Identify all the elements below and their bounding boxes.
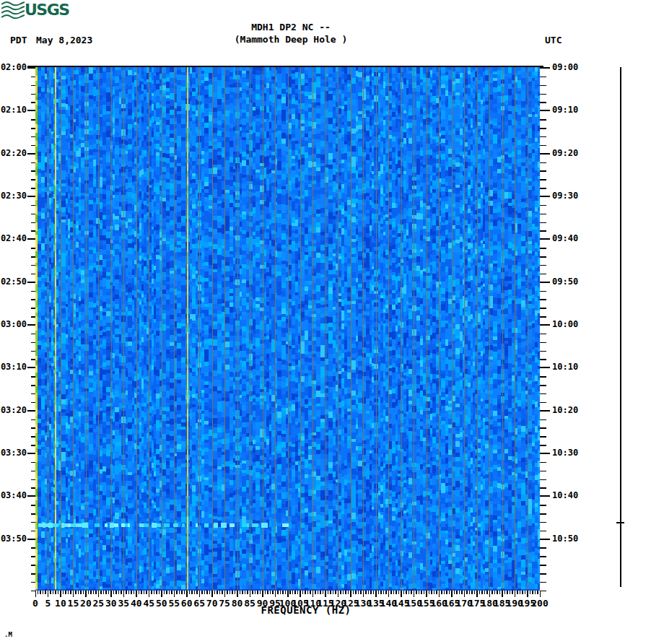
freq-minor-tick [204, 591, 206, 594]
left-minor-tick [31, 351, 35, 352]
freq-minor-tick [408, 591, 410, 594]
left-minor-tick [31, 547, 35, 549]
freq-minor-tick [115, 591, 117, 594]
freq-minor-tick [105, 591, 107, 594]
freq-minor-tick [429, 591, 430, 594]
right-minor-tick [540, 334, 546, 335]
freq-minor-tick [38, 591, 39, 594]
freq-minor-tick [459, 591, 460, 594]
freq-minor-tick [484, 591, 486, 594]
left-time-label: 02:00 [0, 63, 27, 71]
freq-major-tick [262, 591, 263, 597]
right-minor-tick [540, 522, 546, 523]
freq-minor-tick [55, 591, 56, 594]
right-minor-tick [540, 102, 546, 103]
freq-minor-tick [307, 591, 309, 594]
freq-minor-tick [121, 591, 122, 594]
frequency-axis-label: FREQUENCY (HZ) [261, 606, 351, 615]
left-minor-tick [31, 77, 35, 78]
freq-minor-tick [333, 591, 334, 594]
freq-minor-tick [68, 591, 69, 594]
left-time-label: 02:50 [0, 277, 27, 286]
freq-minor-tick [191, 591, 193, 594]
freq-major-tick [451, 591, 453, 597]
right-minor-tick [540, 556, 546, 557]
freq-tick-label: 200 [531, 599, 548, 608]
right-minor-tick [540, 299, 546, 300]
freq-tick-label: 80 [232, 599, 243, 608]
right-time-label: 10:30 [552, 448, 578, 457]
left-minor-tick [31, 222, 35, 224]
freq-minor-tick [65, 591, 66, 594]
freq-minor-tick [370, 591, 372, 594]
freq-major-tick [540, 591, 541, 597]
seismic-trace-line [620, 67, 621, 587]
freq-minor-tick [456, 591, 458, 594]
freq-major-tick [426, 591, 427, 597]
left-minor-tick [31, 170, 35, 172]
left-minor-tick [31, 265, 35, 266]
left-major-tick [27, 495, 35, 497]
right-minor-tick [540, 487, 546, 489]
freq-minor-tick [270, 591, 271, 594]
freq-minor-tick [335, 591, 336, 594]
freq-minor-tick [390, 591, 392, 594]
freq-minor-tick [169, 591, 170, 594]
left-major-tick [27, 153, 35, 155]
freq-minor-tick [416, 591, 417, 594]
spectrogram-heatmap [35, 67, 540, 591]
freq-major-tick [149, 591, 150, 597]
freq-minor-tick [419, 591, 420, 594]
date-label: May 8,2023 [36, 35, 92, 45]
freq-minor-tick [289, 591, 291, 594]
freq-minor-tick [431, 591, 432, 594]
right-minor-tick [540, 170, 546, 172]
left-minor-tick [31, 513, 35, 515]
freq-major-tick [186, 591, 188, 597]
left-major-tick [27, 410, 35, 412]
freq-minor-tick [267, 591, 268, 594]
right-minor-tick [540, 342, 546, 344]
freq-minor-tick [201, 591, 203, 594]
left-minor-tick [31, 522, 35, 523]
right-minor-tick [540, 85, 546, 87]
freq-major-tick [174, 591, 175, 597]
left-major-tick [27, 67, 35, 69]
freq-major-tick [388, 591, 390, 597]
left-minor-tick [31, 256, 35, 258]
freq-major-tick [60, 591, 61, 597]
right-major-tick [540, 539, 550, 540]
freq-minor-tick [383, 591, 385, 594]
left-minor-tick [31, 85, 35, 87]
freq-minor-tick [474, 591, 476, 594]
right-minor-tick [540, 119, 546, 121]
freq-minor-tick [93, 591, 95, 594]
freq-minor-tick [159, 591, 160, 594]
freq-minor-tick [58, 591, 59, 594]
freq-minor-tick [525, 591, 526, 594]
freq-minor-tick [373, 591, 375, 594]
freq-minor-tick [206, 591, 208, 594]
freq-minor-tick [537, 591, 538, 594]
left-minor-tick [31, 419, 35, 421]
left-minor-tick [31, 128, 35, 129]
freq-minor-tick [499, 591, 501, 594]
freq-minor-tick [398, 591, 400, 594]
freq-major-tick [502, 591, 503, 597]
right-minor-tick [540, 274, 546, 275]
freq-minor-tick [70, 591, 71, 594]
right-time-label: 09:30 [552, 191, 578, 200]
left-minor-tick [31, 505, 35, 506]
left-major-tick [27, 367, 35, 368]
left-minor-tick [31, 291, 35, 292]
right-time-label: 10:50 [552, 534, 578, 543]
freq-minor-tick [411, 591, 412, 594]
freq-major-tick [161, 591, 162, 597]
freq-major-tick [275, 591, 276, 597]
left-minor-tick [31, 308, 35, 309]
right-major-tick [540, 282, 550, 283]
freq-minor-tick [449, 591, 450, 594]
right-time-label: 10:20 [552, 406, 578, 414]
right-minor-tick [540, 393, 546, 395]
freq-minor-tick [240, 591, 241, 594]
